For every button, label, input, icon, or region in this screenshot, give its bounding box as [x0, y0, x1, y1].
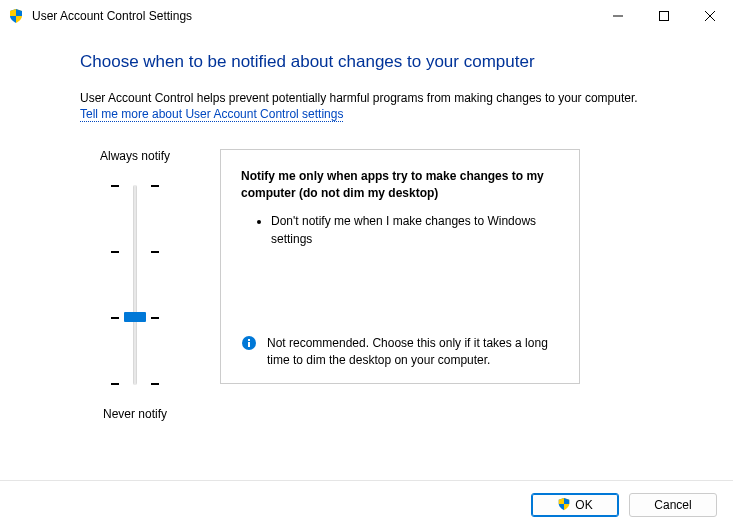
window-title: User Account Control Settings [32, 9, 595, 23]
panel-list: Don't notify me when I make changes to W… [241, 213, 559, 248]
minimize-button[interactable] [595, 0, 641, 32]
content-area: Choose when to be notified about changes… [0, 32, 733, 421]
page-heading: Choose when to be notified about changes… [80, 52, 718, 72]
info-panel: Notify me only when apps try to make cha… [220, 149, 580, 384]
close-button[interactable] [687, 0, 733, 32]
svg-rect-5 [248, 342, 250, 347]
notification-slider[interactable] [110, 175, 160, 395]
maximize-button[interactable] [641, 0, 687, 32]
shield-icon [557, 497, 571, 514]
slider-tick [111, 383, 159, 385]
slider-top-label: Always notify [100, 149, 170, 163]
panel-footer-text: Not recommended. Choose this only if it … [267, 335, 559, 369]
info-icon [241, 335, 257, 351]
slider-thumb[interactable] [124, 312, 146, 322]
cancel-button-label: Cancel [654, 498, 691, 512]
slider-tick [111, 251, 159, 253]
main-area: Always notify Never notify Notify me onl… [80, 149, 718, 421]
slider-bottom-label: Never notify [103, 407, 167, 421]
shield-icon [8, 8, 24, 24]
svg-rect-6 [248, 339, 250, 341]
panel-footer: Not recommended. Choose this only if it … [241, 335, 559, 369]
footer-divider [0, 480, 733, 481]
slider-tick [111, 185, 159, 187]
description-text: User Account Control helps prevent poten… [80, 90, 718, 107]
svg-rect-1 [660, 12, 669, 21]
panel-bullet: Don't notify me when I make changes to W… [271, 213, 559, 248]
slider-track [133, 185, 137, 385]
slider-column: Always notify Never notify [80, 149, 190, 421]
ok-button[interactable]: OK [531, 493, 619, 517]
panel-title: Notify me only when apps try to make cha… [241, 168, 559, 202]
learn-more-link[interactable]: Tell me more about User Account Control … [80, 107, 343, 122]
button-row: OK Cancel [531, 493, 717, 517]
titlebar: User Account Control Settings [0, 0, 733, 32]
window-controls [595, 0, 733, 32]
cancel-button[interactable]: Cancel [629, 493, 717, 517]
ok-button-label: OK [575, 498, 592, 512]
